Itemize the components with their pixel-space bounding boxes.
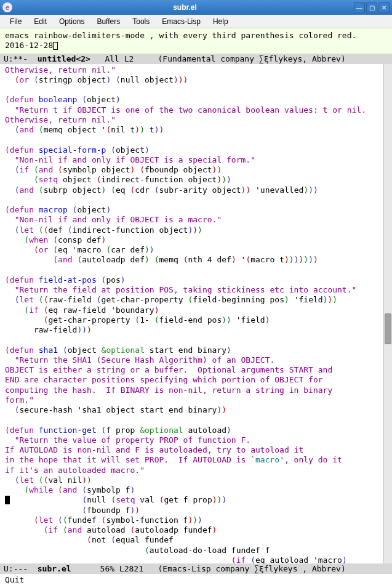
minibuffer[interactable]: Quit [0,574,392,585]
menu-emacs-lisp[interactable]: Emacs-Lisp [156,16,207,27]
top-line-2: 2016-12-28 [5,41,53,50]
scrollbar[interactable] [383,64,392,564]
modeline-top[interactable]: U:**- untitled<2> All L2 (Fundamental co… [0,54,392,64]
point-cursor-icon [5,496,10,504]
code-line: Otherwise, return nil." [5,65,116,75]
maximize-button[interactable]: ▢ [366,2,377,12]
window-controls: — ▢ ✕ [354,2,390,12]
cursor-icon [53,42,58,50]
modeline2-pos: 56% L2821 [100,564,143,573]
titlebar: e subr.el — ▢ ✕ [0,0,392,15]
menu-edit[interactable]: Edit [28,16,53,27]
close-button[interactable]: ✕ [378,2,390,12]
modeline-mode: (Fundamental company ∑ξflykeys, Abbrev) [158,54,345,63]
modeline-pos: All L2 [105,54,134,63]
modeline-buffer: untitled<2> [38,54,90,63]
menu-options[interactable]: Options [53,16,90,27]
minibuffer-text: Quit [5,575,24,584]
scroll-thumb[interactable] [385,313,391,344]
window-title: subr.el [16,3,354,12]
code-buffer[interactable]: Otherwise, return nil." (or (stringp obj… [0,64,383,564]
top-line-1: emacs rainbow-delimiters-mode , with eve… [5,31,356,40]
menu-buffers[interactable]: Buffers [90,16,126,27]
modeline-bottom[interactable]: U:--- subr.el 56% L2821 (Emacs-Lisp comp… [0,563,392,574]
top-buffer[interactable]: emacs rainbow-delimiters-mode , with eve… [0,28,392,54]
app-icon: e [2,2,12,12]
menu-tools[interactable]: Tools [126,16,156,27]
editor-area: Otherwise, return nil." (or (stringp obj… [0,64,392,564]
menu-file[interactable]: File [4,16,28,27]
modeline-prefix: U:**- [4,54,28,63]
menu-help[interactable]: Help [207,16,234,27]
minimize-button[interactable]: — [354,2,365,12]
modeline2-prefix: U:--- [4,564,28,573]
modeline2-buffer: subr.el [38,564,71,573]
modeline2-mode: (Emacs-Lisp company ∑ξflykeys , Abbrev) [158,564,346,573]
menubar: File Edit Options Buffers Tools Emacs-Li… [0,15,392,28]
